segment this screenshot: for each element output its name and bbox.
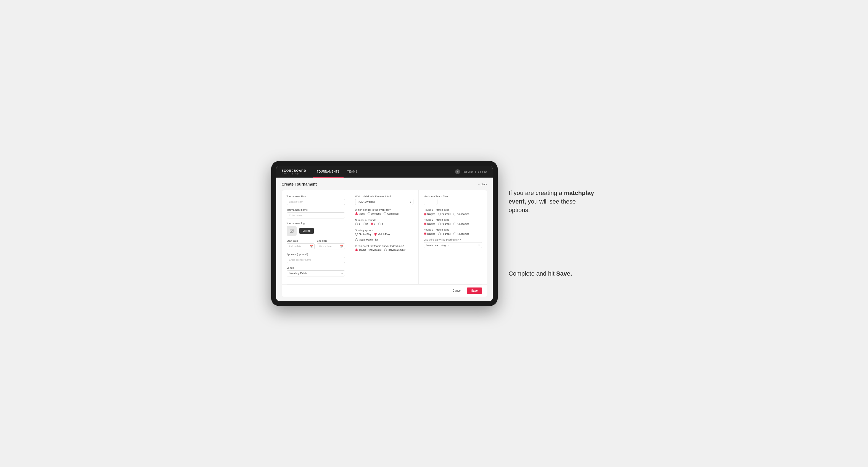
max-team-size-group: Maximum Team Size 5 [424, 195, 482, 205]
round2-singles-radio[interactable] [424, 223, 426, 225]
round2-foursomes-radio[interactable] [454, 223, 456, 225]
powered-by-text: Powered by clippit [282, 172, 306, 174]
round3-radio-group: Singles Fourball Foursomes [424, 232, 482, 235]
form-column-1: Tournament Host Tournament name Tourname… [282, 190, 350, 284]
round2-singles[interactable]: Singles [424, 223, 436, 225]
rounds-label: Number of rounds [355, 218, 413, 221]
max-team-size-label: Maximum Team Size [424, 195, 482, 198]
scoring-stroke-radio[interactable] [355, 233, 358, 236]
nav-bar: SCOREBOARD Powered by clippit TOURNAMENT… [276, 166, 493, 178]
round-1-radio[interactable] [355, 223, 358, 225]
nav-tab-tournaments[interactable]: TOURNAMENTS [313, 166, 344, 178]
sign-out-link[interactable]: Sign out [478, 170, 487, 173]
sponsor-group: Sponsor (optional) [287, 253, 345, 263]
round3-foursomes[interactable]: Foursomes [454, 232, 469, 235]
logo-placeholder [287, 226, 297, 236]
round1-fourball[interactable]: Fourball [438, 213, 451, 215]
api-close-icon[interactable]: ✕ [447, 244, 450, 247]
api-group: Use third-party live scoring API? Leader… [424, 238, 482, 248]
gender-mens[interactable]: Mens [355, 212, 365, 215]
form-body: Tournament Host Tournament name Tourname… [282, 190, 487, 284]
round2-foursomes[interactable]: Foursomes [454, 223, 469, 225]
nav-logo: SCOREBOARD Powered by clippit [282, 169, 306, 174]
round-2[interactable]: 2 [363, 223, 368, 225]
venue-label: Venue [287, 266, 345, 269]
dates-group: Start date 📅 End date [287, 239, 345, 249]
scoring-match-radio[interactable] [374, 233, 377, 236]
round2-match-type: Round 2 - Match Type Singles Fourball [424, 218, 482, 225]
round3-foursomes-radio[interactable] [454, 232, 456, 235]
gender-label: Which gender is the event for? [355, 208, 413, 211]
end-date-label: End date [317, 239, 345, 242]
round1-fourball-radio[interactable] [438, 213, 441, 215]
round1-foursomes-radio[interactable] [454, 213, 456, 215]
round-2-radio[interactable] [363, 223, 366, 225]
max-team-size-input[interactable]: 5 [424, 199, 437, 205]
api-value: Leaderboard King [426, 244, 446, 247]
nav-tabs: TOURNAMENTS TEAMS [313, 166, 362, 178]
individuals-radio[interactable] [384, 249, 387, 251]
individuals-option[interactable]: Individuals Only [384, 249, 405, 251]
logo-upload-area: Upload [287, 226, 345, 236]
round2-fourball[interactable]: Fourball [438, 223, 451, 225]
form-column-2: Which division is the event for? NCAA Di… [350, 190, 419, 284]
gender-womens-radio[interactable] [368, 212, 370, 215]
cancel-button[interactable]: Cancel [449, 287, 465, 294]
round3-singles[interactable]: Singles [424, 232, 436, 235]
division-select-wrapper: NCAA Division I [355, 199, 413, 205]
page-wrapper: SCOREBOARD Powered by clippit TOURNAMENT… [241, 161, 627, 306]
gender-combined-radio[interactable] [383, 212, 386, 215]
scoring-medal[interactable]: Medal Match Play [355, 238, 379, 241]
api-label: Use third-party live scoring API? [424, 238, 482, 241]
round-4-radio[interactable] [378, 223, 381, 225]
round-3[interactable]: 3 [371, 223, 376, 225]
gender-group: Which gender is the event for? Mens Wome… [355, 208, 413, 215]
back-button[interactable]: ← Back [477, 183, 487, 186]
venue-select[interactable]: Search golf club [287, 270, 345, 276]
sponsor-label: Sponsor (optional) [287, 253, 345, 256]
nav-tab-teams[interactable]: TEAMS [344, 166, 362, 178]
tournament-host-label: Tournament Host [287, 195, 345, 198]
tournament-host-input[interactable] [287, 199, 345, 205]
tournament-logo-group: Tournament logo Upload [287, 222, 345, 236]
scoring-match[interactable]: Match Play [374, 233, 390, 236]
gender-womens[interactable]: Womens [368, 212, 381, 215]
tournament-name-input[interactable] [287, 212, 345, 218]
round-3-radio[interactable] [371, 223, 373, 225]
division-select[interactable]: NCAA Division I [355, 199, 413, 205]
round1-singles[interactable]: Singles [424, 213, 436, 215]
upload-button[interactable]: Upload [299, 228, 314, 234]
tablet-frame: SCOREBOARD Powered by clippit TOURNAMENT… [271, 161, 498, 306]
gender-mens-radio[interactable] [355, 212, 358, 215]
venue-select-wrapper: Search golf club [287, 270, 345, 276]
round1-radio-group: Singles Fourball Foursomes [424, 213, 482, 215]
round3-fourball-radio[interactable] [438, 232, 441, 235]
round1-singles-radio[interactable] [424, 213, 426, 215]
round3-fourball[interactable]: Fourball [438, 232, 451, 235]
gender-combined[interactable]: Combined [383, 212, 399, 215]
calendar-icon-2: 📅 [340, 245, 343, 248]
round-4[interactable]: 4 [378, 223, 383, 225]
scoring-medal-radio[interactable] [355, 238, 358, 241]
teams-radio-group: Teams (+Individuals) Individuals Only [355, 249, 413, 251]
round1-foursomes[interactable]: Foursomes [454, 213, 469, 215]
api-tag: Leaderboard King ✕ ▾ [424, 242, 482, 248]
main-content: Create Tournament ← Back Tournament Host [276, 178, 493, 301]
start-date-group: Start date 📅 [287, 239, 315, 249]
save-button[interactable]: Save [467, 287, 482, 294]
round2-fourball-radio[interactable] [438, 223, 441, 225]
tournament-host-group: Tournament Host [287, 195, 345, 205]
round3-singles-radio[interactable] [424, 232, 426, 235]
tablet-screen: SCOREBOARD Powered by clippit TOURNAMENT… [276, 166, 493, 301]
round2-radio-group: Singles Fourball Foursomes [424, 223, 482, 225]
page-title: Create Tournament [282, 182, 317, 186]
teams-option[interactable]: Teams (+Individuals) [355, 249, 382, 251]
annotation-top: If you are creating a matchplay event, y… [509, 189, 597, 214]
scoring-stroke[interactable]: Stroke Play [355, 233, 371, 236]
round-1[interactable]: 1 [355, 223, 360, 225]
teams-label: Is this event for Teams and/or Individua… [355, 244, 413, 247]
round3-label: Round 3 - Match Type [424, 228, 482, 231]
tournament-name-group: Tournament name [287, 208, 345, 218]
sponsor-input[interactable] [287, 257, 345, 263]
teams-radio[interactable] [355, 249, 358, 251]
